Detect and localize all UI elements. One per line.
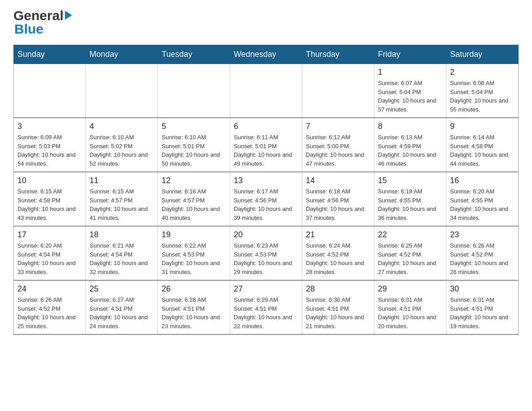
calendar-cell: 27Sunrise: 6:29 AMSunset: 4:51 PMDayligh… xyxy=(230,280,302,334)
day-info: Sunrise: 6:28 AMSunset: 4:51 PMDaylight:… xyxy=(162,295,226,330)
day-number: 28 xyxy=(306,284,370,294)
day-number: 22 xyxy=(378,230,442,240)
calendar-cell: 28Sunrise: 6:30 AMSunset: 4:51 PMDayligh… xyxy=(302,280,374,334)
calendar-cell: 8Sunrise: 6:13 AMSunset: 4:59 PMDaylight… xyxy=(374,118,446,172)
calendar-cell: 12Sunrise: 6:16 AMSunset: 4:57 PMDayligh… xyxy=(158,172,230,226)
day-number: 1 xyxy=(378,68,442,77)
day-info: Sunrise: 6:22 AMSunset: 4:53 PMDaylight:… xyxy=(162,241,226,276)
page-header: General Blue xyxy=(13,9,519,36)
day-number: 2 xyxy=(450,68,515,77)
day-info: Sunrise: 6:26 AMSunset: 4:52 PMDaylight:… xyxy=(450,241,515,276)
logo-arrow-icon xyxy=(65,11,72,20)
day-number: 19 xyxy=(162,230,226,240)
day-number: 9 xyxy=(450,122,515,131)
calendar-header: SundayMondayTuesdayWednesdayThursdayFrid… xyxy=(14,45,519,64)
day-number: 26 xyxy=(162,284,226,294)
day-info: Sunrise: 6:09 AMSunset: 5:03 PMDaylight:… xyxy=(17,133,82,168)
header-cell-monday: Monday xyxy=(86,45,158,64)
calendar-cell xyxy=(14,64,86,118)
day-info: Sunrise: 6:15 AMSunset: 4:58 PMDaylight:… xyxy=(17,187,82,222)
calendar-body: 1Sunrise: 6:07 AMSunset: 5:04 PMDaylight… xyxy=(14,64,519,335)
calendar-cell: 23Sunrise: 6:26 AMSunset: 4:52 PMDayligh… xyxy=(446,226,519,280)
day-info: Sunrise: 6:07 AMSunset: 5:04 PMDaylight:… xyxy=(378,79,442,114)
header-cell-friday: Friday xyxy=(374,45,446,64)
day-number: 11 xyxy=(90,176,154,185)
calendar-cell: 2Sunrise: 6:08 AMSunset: 5:04 PMDaylight… xyxy=(446,64,519,118)
day-info: Sunrise: 6:11 AMSunset: 5:01 PMDaylight:… xyxy=(234,133,298,168)
calendar-cell: 1Sunrise: 6:07 AMSunset: 5:04 PMDaylight… xyxy=(374,64,446,118)
day-number: 10 xyxy=(17,176,82,185)
calendar-cell: 11Sunrise: 6:15 AMSunset: 4:57 PMDayligh… xyxy=(86,172,158,226)
day-info: Sunrise: 6:24 AMSunset: 4:52 PMDaylight:… xyxy=(306,241,370,276)
calendar-cell: 17Sunrise: 6:20 AMSunset: 4:54 PMDayligh… xyxy=(14,226,86,280)
calendar-table: SundayMondayTuesdayWednesdayThursdayFrid… xyxy=(13,45,519,335)
day-info: Sunrise: 6:21 AMSunset: 4:54 PMDaylight:… xyxy=(90,241,154,276)
calendar-cell: 4Sunrise: 6:10 AMSunset: 5:02 PMDaylight… xyxy=(86,118,158,172)
calendar-cell: 22Sunrise: 6:25 AMSunset: 4:52 PMDayligh… xyxy=(374,226,446,280)
day-info: Sunrise: 6:18 AMSunset: 4:56 PMDaylight:… xyxy=(306,187,370,222)
day-number: 24 xyxy=(17,284,82,294)
day-info: Sunrise: 6:20 AMSunset: 4:54 PMDaylight:… xyxy=(17,241,82,276)
day-number: 5 xyxy=(162,122,226,131)
day-info: Sunrise: 6:26 AMSunset: 4:52 PMDaylight:… xyxy=(17,295,82,330)
calendar-cell: 24Sunrise: 6:26 AMSunset: 4:52 PMDayligh… xyxy=(14,280,86,334)
day-info: Sunrise: 6:16 AMSunset: 4:57 PMDaylight:… xyxy=(162,187,226,222)
header-cell-sunday: Sunday xyxy=(14,45,86,64)
calendar-cell: 20Sunrise: 6:23 AMSunset: 4:53 PMDayligh… xyxy=(230,226,302,280)
day-number: 13 xyxy=(234,176,298,185)
calendar-cell: 30Sunrise: 6:31 AMSunset: 4:51 PMDayligh… xyxy=(446,280,519,334)
calendar-cell: 10Sunrise: 6:15 AMSunset: 4:58 PMDayligh… xyxy=(14,172,86,226)
calendar-cell: 7Sunrise: 6:12 AMSunset: 5:00 PMDaylight… xyxy=(302,118,374,172)
day-number: 15 xyxy=(378,176,442,185)
calendar-cell: 3Sunrise: 6:09 AMSunset: 5:03 PMDaylight… xyxy=(14,118,86,172)
calendar-cell: 19Sunrise: 6:22 AMSunset: 4:53 PMDayligh… xyxy=(158,226,230,280)
calendar-cell: 9Sunrise: 6:14 AMSunset: 4:58 PMDaylight… xyxy=(446,118,519,172)
calendar-cell: 26Sunrise: 6:28 AMSunset: 4:51 PMDayligh… xyxy=(158,280,230,334)
calendar-cell xyxy=(158,64,230,118)
week-row-3: 10Sunrise: 6:15 AMSunset: 4:58 PMDayligh… xyxy=(14,172,519,226)
calendar-cell: 13Sunrise: 6:17 AMSunset: 4:56 PMDayligh… xyxy=(230,172,302,226)
day-number: 25 xyxy=(90,284,154,294)
calendar-cell: 5Sunrise: 6:10 AMSunset: 5:01 PMDaylight… xyxy=(158,118,230,172)
day-info: Sunrise: 6:30 AMSunset: 4:51 PMDaylight:… xyxy=(306,295,370,330)
day-number: 4 xyxy=(90,122,154,131)
day-info: Sunrise: 6:23 AMSunset: 4:53 PMDaylight:… xyxy=(234,241,298,276)
day-info: Sunrise: 6:08 AMSunset: 5:04 PMDaylight:… xyxy=(450,79,515,114)
calendar-cell: 25Sunrise: 6:27 AMSunset: 4:51 PMDayligh… xyxy=(86,280,158,334)
day-info: Sunrise: 6:14 AMSunset: 4:58 PMDaylight:… xyxy=(450,133,515,168)
day-info: Sunrise: 6:25 AMSunset: 4:52 PMDaylight:… xyxy=(378,241,442,276)
day-number: 3 xyxy=(17,122,82,131)
header-cell-tuesday: Tuesday xyxy=(158,45,230,64)
day-number: 17 xyxy=(17,230,82,240)
header-cell-saturday: Saturday xyxy=(446,45,519,64)
day-number: 6 xyxy=(234,122,298,131)
calendar-cell: 21Sunrise: 6:24 AMSunset: 4:52 PMDayligh… xyxy=(302,226,374,280)
day-info: Sunrise: 6:19 AMSunset: 4:55 PMDaylight:… xyxy=(378,187,442,222)
calendar-cell xyxy=(302,64,374,118)
calendar-cell xyxy=(230,64,302,118)
logo: General Blue xyxy=(13,9,72,36)
day-number: 7 xyxy=(306,122,370,131)
day-number: 18 xyxy=(90,230,154,240)
day-number: 30 xyxy=(450,284,515,294)
logo-text-blue: Blue xyxy=(14,22,72,36)
day-info: Sunrise: 6:10 AMSunset: 5:01 PMDaylight:… xyxy=(162,133,226,168)
day-info: Sunrise: 6:10 AMSunset: 5:02 PMDaylight:… xyxy=(90,133,154,168)
calendar-cell: 15Sunrise: 6:19 AMSunset: 4:55 PMDayligh… xyxy=(374,172,446,226)
calendar-cell: 6Sunrise: 6:11 AMSunset: 5:01 PMDaylight… xyxy=(230,118,302,172)
day-number: 8 xyxy=(378,122,442,131)
day-number: 21 xyxy=(306,230,370,240)
week-row-2: 3Sunrise: 6:09 AMSunset: 5:03 PMDaylight… xyxy=(14,118,519,172)
day-number: 12 xyxy=(162,176,226,185)
day-info: Sunrise: 6:12 AMSunset: 5:00 PMDaylight:… xyxy=(306,133,370,168)
day-number: 27 xyxy=(234,284,298,294)
day-info: Sunrise: 6:31 AMSunset: 4:51 PMDaylight:… xyxy=(450,295,515,330)
day-info: Sunrise: 6:17 AMSunset: 4:56 PMDaylight:… xyxy=(234,187,298,222)
day-number: 16 xyxy=(450,176,515,185)
header-cell-thursday: Thursday xyxy=(302,45,374,64)
logo-text-general: General xyxy=(13,9,64,22)
day-info: Sunrise: 6:31 AMSunset: 4:51 PMDaylight:… xyxy=(378,295,442,330)
calendar-cell: 18Sunrise: 6:21 AMSunset: 4:54 PMDayligh… xyxy=(86,226,158,280)
calendar-cell: 29Sunrise: 6:31 AMSunset: 4:51 PMDayligh… xyxy=(374,280,446,334)
day-info: Sunrise: 6:13 AMSunset: 4:59 PMDaylight:… xyxy=(378,133,442,168)
